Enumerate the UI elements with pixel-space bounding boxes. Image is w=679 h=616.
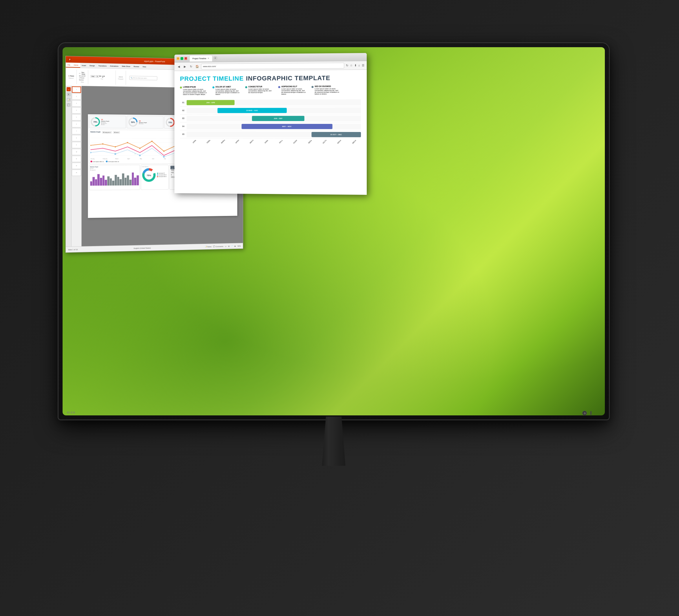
new-slide-button[interactable]: ▭NewSlide▾ xyxy=(79,71,86,75)
browser-minimize[interactable]: ─ xyxy=(177,57,180,60)
slide-thumb-2[interactable]: 2 xyxy=(72,93,81,100)
browser-close[interactable]: ✕ xyxy=(185,57,187,60)
bold-button[interactable]: B xyxy=(100,75,101,77)
slide-sorter-btn[interactable]: ⊞ xyxy=(228,245,230,247)
underline-button[interactable]: U xyxy=(102,75,103,77)
monitor-bezel: P report.pptx - PowerPoint ─ □ ✕ File Ho… xyxy=(63,47,605,415)
svg-point-21 xyxy=(151,141,152,142)
bar-1-1 xyxy=(90,181,92,185)
browser-controls[interactable]: ─ □ ✕ xyxy=(177,57,187,60)
bar-chart-1-filter2[interactable]: All categories ▾ xyxy=(90,169,139,171)
legend-label-1: Lorem ipsum dolor sit xyxy=(93,161,104,162)
section-option[interactable]: Section xyxy=(79,79,86,80)
tab-animations[interactable]: Animations xyxy=(108,63,120,69)
comments-icon[interactable]: 💬 xyxy=(66,103,70,107)
svg-text:April: April xyxy=(127,158,130,160)
menu-icon[interactable]: ☰ xyxy=(362,64,364,67)
tab-file[interactable]: File xyxy=(66,63,72,67)
italic-button[interactable]: I xyxy=(101,75,101,77)
font-name[interactable]: Arial xyxy=(91,75,95,77)
power-button[interactable]: ⏻ xyxy=(582,411,587,415)
tab-design[interactable]: Design xyxy=(88,63,96,68)
slide-thumb-3[interactable]: 3 xyxy=(72,100,81,106)
tab-close-icon[interactable]: ✕ xyxy=(207,57,209,60)
tell-me-input[interactable]: 🔍 Tell me what you want... xyxy=(129,76,157,80)
align-left-button[interactable]: ≡ xyxy=(119,76,120,77)
slide-thumb-12[interactable]: 12 xyxy=(72,163,81,169)
slide-thumb-1[interactable]: 1 xyxy=(72,86,81,93)
normal-view-btn[interactable]: ▭ xyxy=(225,245,227,247)
font-size[interactable]: 12 xyxy=(96,75,99,77)
reload-button[interactable]: ↻ xyxy=(189,64,193,69)
home-button[interactable]: 🏠 xyxy=(195,64,199,69)
notes-icon[interactable]: 📝 xyxy=(66,98,70,102)
donut-section: Lorem Ipsum 75% xyxy=(141,165,169,190)
slide-thumb-7[interactable]: 7 xyxy=(72,128,81,134)
font-label: Font xyxy=(101,78,103,79)
forward-button[interactable]: ▶ xyxy=(183,64,187,69)
legend-consectetur: CONSECTETUR Lorem ipsum dolor sit amet, … xyxy=(245,86,273,95)
reading-view-btn[interactable]: 📄 xyxy=(231,245,233,247)
address-bar[interactable]: www.eizo.com/ xyxy=(201,63,344,69)
browser-tab-active[interactable]: Project Timeline ✕ xyxy=(189,55,212,61)
outline-icon[interactable]: ≡ xyxy=(66,92,70,96)
clipboard-label: Clipboard xyxy=(69,77,73,79)
slide-thumb-5[interactable]: 5 xyxy=(72,114,81,121)
new-tab-button[interactable]: + xyxy=(213,56,217,61)
infographic-title: PROJECT TIMELINE INFOGRAPHIC TEMPLATE xyxy=(180,74,361,82)
bar-1-4 xyxy=(98,174,100,185)
bookmark-icon[interactable]: ☆ xyxy=(350,64,353,67)
tab-transitions[interactable]: Transitions xyxy=(96,63,108,68)
browser-maximize[interactable]: □ xyxy=(181,57,183,60)
gantt-track-4: MAY – NOV xyxy=(187,124,361,129)
align-center-button[interactable]: ≡ xyxy=(120,76,121,77)
stat-card-1-info: 01 Statistic Graph All members All categ… xyxy=(101,119,109,125)
download-icon[interactable]: ⬇ xyxy=(354,64,357,67)
browser-window[interactable]: ─ □ ✕ Project Timeline ✕ + xyxy=(174,53,367,195)
notes-toggle[interactable]: 📝 Notes xyxy=(205,245,212,247)
ppt-left-panel: ▭ ≡ 📝 💬 xyxy=(66,86,71,247)
slide-thumb-6[interactable]: 6 xyxy=(72,121,81,127)
slide-thumb-9[interactable]: 9 xyxy=(72,142,81,148)
tab-label: Project Timeline xyxy=(192,57,206,59)
refresh-icon[interactable]: ↻ xyxy=(346,64,348,67)
comments-toggle[interactable]: 💬 Comments xyxy=(213,245,223,247)
slide-show-btn[interactable]: ▶ xyxy=(235,245,236,247)
slide-thumb-13[interactable]: 13 xyxy=(72,170,81,176)
tab-review[interactable]: Review xyxy=(132,64,141,69)
monitor-control-1[interactable] xyxy=(590,411,591,415)
paste-button[interactable]: 📋 Paste xyxy=(68,75,74,77)
legend-text-sedo: SED DO EIUSMOD Lorem ipsum dolor sit ame… xyxy=(315,85,341,95)
gantt-bar-5: 15 OCT – DEC xyxy=(312,132,361,137)
tab-insert[interactable]: Insert xyxy=(80,63,88,68)
bar-1-11 xyxy=(115,175,117,185)
reset-option[interactable]: ↺ Reset xyxy=(79,77,86,78)
bar-chart-1-filter1[interactable]: All stats ▾ xyxy=(90,168,139,169)
svg-point-20 xyxy=(139,148,140,149)
align-right-button[interactable]: ≡ xyxy=(122,76,123,77)
slide-thumb-8[interactable]: 8 xyxy=(72,135,81,141)
gantt-label-2: 02 xyxy=(180,109,187,111)
gantt-label-5: 05 xyxy=(180,133,187,135)
donut-chart-3: 75% xyxy=(165,117,175,127)
layout-option[interactable]: ⊞ Layout▾ xyxy=(79,75,86,76)
slide-thumb-10[interactable]: 10 xyxy=(72,149,81,155)
slides-panel-icon[interactable]: ▭ xyxy=(66,87,70,91)
paragraph-controls[interactable]: ≡ ≡ ≡ xyxy=(119,76,123,77)
tab-view[interactable]: View xyxy=(141,64,148,69)
font-controls[interactable]: Arial 12 B I U S̶ xyxy=(91,75,114,77)
strikethrough-button[interactable]: S̶ xyxy=(104,75,104,77)
home-nav-icon[interactable]: ⌂ xyxy=(358,64,360,67)
svg-text:May: May xyxy=(140,158,142,160)
all-categories-filter[interactable]: All categories ▾ xyxy=(102,131,111,133)
tab-home[interactable]: Home xyxy=(72,63,80,68)
bar-1-2 xyxy=(92,177,95,185)
slide-thumb-4[interactable]: 4 xyxy=(72,107,81,113)
all-stats-filter[interactable]: All stats ▾ xyxy=(113,131,120,133)
svg-text:June: June xyxy=(152,158,154,160)
slide-thumb-11[interactable]: 11 xyxy=(72,156,81,162)
slide-count: Slide 1 of 13 xyxy=(68,249,77,251)
tab-slideshow[interactable]: Slide Show xyxy=(120,64,132,69)
chart-title: Statistic Graph xyxy=(90,131,100,133)
back-button[interactable]: ◀ xyxy=(177,64,181,69)
